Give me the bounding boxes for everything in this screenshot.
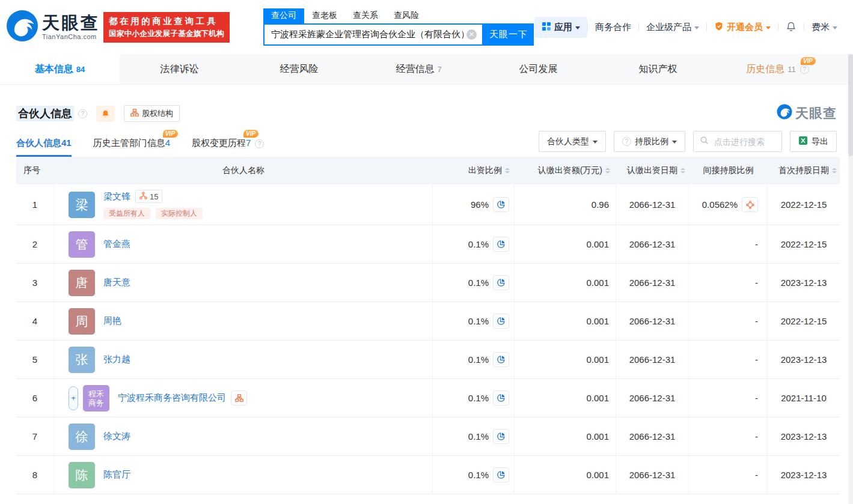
partner-name-line: 管金燕 [103,238,130,250]
nav-tab-label: 历史信息 [746,63,784,76]
expand-button[interactable]: + [69,386,78,410]
subscribed-date-cell: 2066-12-31 [616,456,689,494]
partner-count-badge[interactable]: 15 [135,190,162,203]
subscribe-bell-button[interactable] [96,106,115,122]
pie-chart-button[interactable] [493,352,509,367]
search-tab-3[interactable]: 查风险 [386,8,427,23]
avatar[interactable]: 陈 [69,462,95,488]
pie-chart-button[interactable] [493,275,509,290]
column-header-6[interactable]: 首次持股日期 [768,157,840,184]
first-holding-date-cell: 2022-12-15 [768,184,840,225]
tianyancha-logo[interactable]: 天眼查 TianYanCha.com [6,10,100,44]
sub-tab-1[interactable]: 历史主管部门信息4VIP [93,138,170,157]
avatar[interactable]: 张 [69,347,95,373]
nav-tab-6[interactable]: 历史信息11VIP? [718,54,837,84]
partner-name-link[interactable]: 周艳 [103,315,121,327]
pie-chart-button[interactable] [493,467,509,482]
equity-structure-button[interactable]: 股权结构 [124,105,180,122]
sort-icon[interactable] [505,168,510,174]
pie-chart-button[interactable] [493,390,509,405]
help-icon: ? [622,137,631,146]
pie-chart-button[interactable] [493,429,509,444]
first-holding-date-value: 2023-12-13 [781,354,827,365]
partner-name-cell: 管管金燕 [54,225,433,263]
help-icon[interactable]: ? [255,139,264,148]
search-input[interactable] [270,29,466,40]
subscribed-date-value: 2066-12-31 [629,239,676,249]
avatar[interactable]: 管 [69,231,95,258]
partner-name-line: 梁文锋15 [103,190,203,203]
partner-name-link[interactable]: 梁文锋 [103,191,130,202]
apps-menu[interactable]: 应用 [534,17,587,38]
search-tab-1[interactable]: 查老板 [304,8,345,23]
help-icon[interactable]: ? [800,65,809,74]
sort-icon[interactable] [605,168,610,174]
sort-icon[interactable] [680,168,685,174]
username-label: 费米 [812,22,830,33]
table-body: 1梁梁文锋15受益所有人实际控制人96%0.962066-12-310.0562… [16,184,840,494]
column-header-1: 合伙人名称 [54,157,433,184]
partner-name-link[interactable]: 宁波程禾商务咨询有限公司 [118,392,226,404]
equity-path-button[interactable] [742,197,758,212]
nav-tab-4[interactable]: 公司发展 [478,54,598,84]
avatar[interactable]: 周 [69,308,95,335]
subscribed-amount-cell: 0.001 [515,456,616,494]
avatar[interactable]: 程禾商务 [83,385,109,411]
partner-name-link[interactable]: 管金燕 [103,238,130,250]
search-button[interactable]: 天眼一下 [483,23,534,46]
search-input-box: ✕ [263,23,483,46]
nav-tab-2[interactable]: 经营风险 [239,54,359,84]
partner-name-link[interactable]: 张力越 [103,354,130,365]
search-tab-2[interactable]: 查关系 [345,8,386,23]
nav-tab-count: 84 [76,65,85,74]
pie-chart-button[interactable] [493,314,509,329]
sort-icon[interactable] [832,168,837,174]
open-vip-menu[interactable]: 开通会员 [707,22,778,33]
partner-name-wrap: 徐文涛 [103,431,130,442]
column-header-2[interactable]: 出资比例 [433,157,515,184]
scrollbar-track[interactable] [848,54,853,504]
partner-name-link[interactable]: 徐文涛 [103,431,130,442]
table-search-input[interactable] [713,136,775,147]
subscribed-date-value: 2066-12-31 [629,316,676,326]
partner-name-wrap: 张力越 [103,354,130,365]
partner-name-link[interactable]: 陈官厅 [103,469,130,481]
partner-name-link[interactable]: 唐天意 [103,277,130,288]
partner-type-dropdown[interactable]: 合伙人类型 [539,131,606,152]
nav-tab-1[interactable]: 法律诉讼 [120,54,239,84]
partner-tags: 受益所有人实际控制人 [103,208,203,219]
enterprise-product-menu[interactable]: 企业级产品 [639,22,706,33]
export-button[interactable]: 导出 [790,131,837,152]
partner-type-label: 合伙人类型 [547,136,589,147]
open-vip-label: 开通会员 [727,22,763,33]
user-account-menu[interactable]: 费米 [804,22,845,33]
pie-chart-button[interactable] [493,237,509,252]
scrollbar-thumb[interactable] [848,54,853,156]
nav-tab-0[interactable]: 基本信息84 [0,54,120,84]
pie-chart-button[interactable] [493,197,509,212]
avatar[interactable]: 徐 [69,424,95,450]
help-icon[interactable]: ? [78,109,87,118]
subscribed-date-cell: 2066-12-31 [616,302,689,340]
subscribed-date-cell: 2066-12-31 [616,341,689,378]
nav-tab-5[interactable]: 知识产权 [598,54,718,84]
nav-tab-3[interactable]: 经营信息7 [359,54,478,84]
sub-tab-0[interactable]: 合伙人信息41 [16,138,72,157]
column-header-4[interactable]: 认缴出资日期 [616,157,689,184]
equity-structure-icon-button[interactable] [231,390,247,405]
search-tab-0[interactable]: 查公司 [263,8,304,23]
column-header-3[interactable]: 认缴出资额(万元) [515,157,616,184]
column-header-label: 认缴出资额(万元) [538,165,602,176]
clear-input-icon[interactable]: ✕ [466,29,477,40]
avatar[interactable]: 梁 [69,192,95,218]
business-coop-link[interactable]: 商务合作 [588,22,638,33]
first-holding-date-cell: 2022-12-15 [768,302,840,340]
first-holding-date-value: 2023-12-13 [781,431,827,442]
notifications-button[interactable] [778,21,804,34]
column-header-0: 序号 [16,157,54,184]
indirect-ratio-value: - [755,393,758,403]
shareholding-ratio-dropdown[interactable]: ? 持股比例 [614,131,685,152]
sub-tab-2[interactable]: 股权变更历程7VIP? [192,138,264,157]
avatar[interactable]: 唐 [69,270,95,296]
partner-name-cell: 张张力越 [54,341,433,378]
